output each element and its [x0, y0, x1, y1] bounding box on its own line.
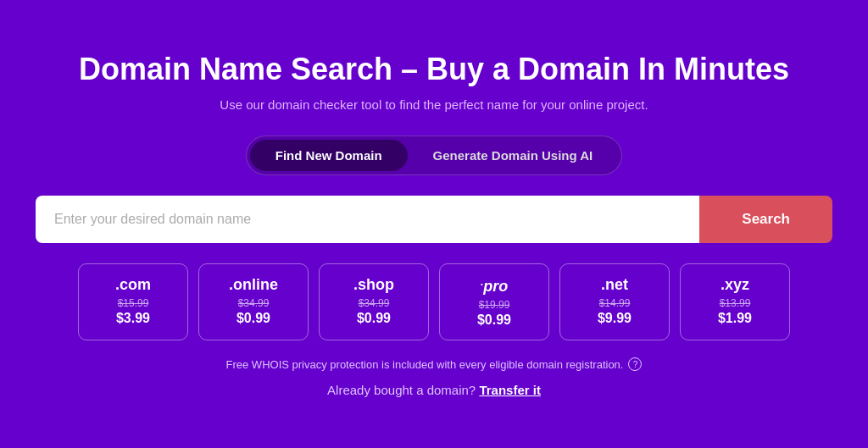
tab-generate-ai[interactable]: Generate Domain Using AI: [408, 140, 619, 171]
domain-card[interactable]: .net $14.99 $9.99: [559, 263, 670, 340]
domain-ext: .net: [577, 276, 652, 294]
domain-old-price: $13.99: [698, 297, 772, 309]
page-subtitle: Use our domain checker tool to find the …: [220, 97, 648, 112]
domain-new-price: $0.99: [457, 312, 531, 328]
search-input[interactable]: [36, 196, 699, 243]
transfer-link[interactable]: Transfer it: [479, 383, 541, 397]
privacy-note: Free WHOIS privacy protection is include…: [226, 357, 643, 371]
domain-new-price: $0.99: [216, 311, 291, 326]
domain-ext: .pro: [457, 276, 531, 296]
tab-toggle: Find New Domain Generate Domain Using AI: [246, 136, 623, 175]
domain-card[interactable]: .xyz $13.99 $1.99: [680, 263, 790, 340]
already-bought: Already bought a domain? Transfer it: [327, 383, 541, 397]
domain-ext: .online: [216, 276, 291, 294]
domain-old-price: $19.99: [457, 299, 531, 311]
domain-card[interactable]: .com $15.99 $3.99: [78, 263, 188, 340]
search-row: Search: [36, 196, 832, 243]
domain-card[interactable]: .shop $34.99 $0.99: [319, 263, 429, 340]
domain-card[interactable]: .online $34.99 $0.99: [198, 263, 309, 340]
tab-find-new-domain[interactable]: Find New Domain: [250, 140, 408, 171]
domain-old-price: $34.99: [216, 297, 291, 309]
domain-new-price: $1.99: [698, 311, 772, 326]
domain-new-price: $9.99: [577, 311, 652, 326]
page-title: Domain Name Search – Buy a Domain In Min…: [79, 51, 789, 87]
domain-card[interactable]: .pro $19.99 $0.99: [439, 263, 549, 340]
domain-cards-container: .com $15.99 $3.99 .online $34.99 $0.99 .…: [78, 263, 790, 340]
help-icon[interactable]: ?: [628, 357, 642, 371]
domain-old-price: $15.99: [96, 297, 170, 309]
domain-ext: .xyz: [698, 276, 772, 294]
domain-old-price: $14.99: [577, 297, 652, 309]
domain-new-price: $3.99: [96, 311, 170, 326]
domain-ext: .shop: [337, 276, 411, 294]
domain-old-price: $34.99: [337, 297, 411, 309]
search-button[interactable]: Search: [699, 196, 832, 243]
domain-new-price: $0.99: [337, 311, 411, 326]
domain-ext: .com: [96, 276, 170, 294]
